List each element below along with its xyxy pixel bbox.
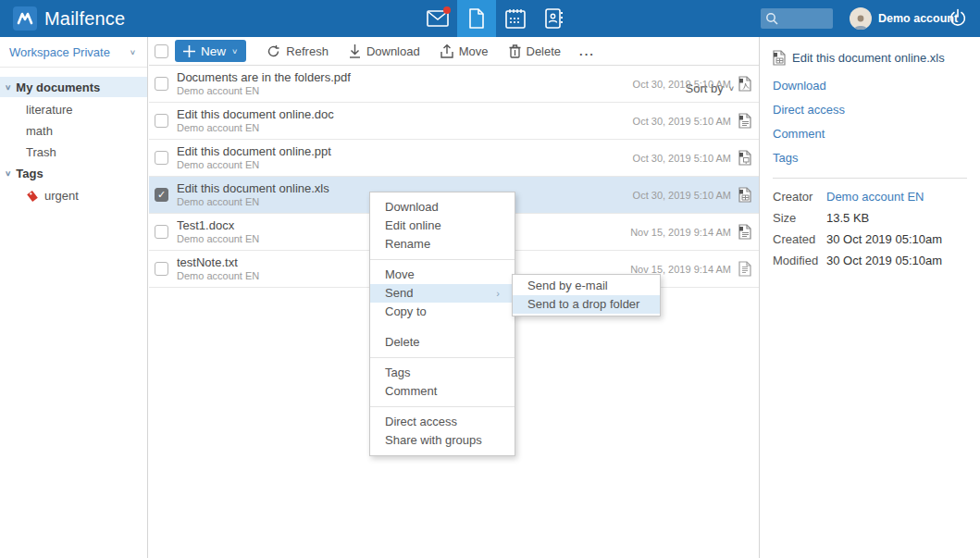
sidebar-item-trash[interactable]: Trash	[0, 142, 147, 163]
refresh-button[interactable]: Refresh	[267, 44, 329, 58]
download-icon	[349, 44, 361, 58]
refresh-label: Refresh	[286, 44, 329, 58]
chevron-down-icon: ∨	[5, 83, 11, 92]
move-icon	[440, 44, 453, 58]
documents-icon[interactable]	[457, 0, 496, 37]
row-checkbox[interactable]	[155, 262, 168, 276]
xls-file-icon	[773, 50, 786, 66]
delete-label: Delete	[527, 44, 562, 58]
menu-item-label: Download	[385, 198, 439, 217]
file-date: Oct 30, 2019 5:10 AM	[633, 79, 731, 90]
details-link-download[interactable]: Download	[773, 79, 826, 93]
menu-item-send-to-drop-folder[interactable]: Send to a drop folder	[513, 295, 660, 314]
row-checkbox[interactable]	[155, 151, 168, 165]
menu-item-send-by-email[interactable]: Send by e-mail	[513, 277, 660, 295]
file-date: Oct 30, 2019 5:10 AM	[633, 116, 731, 127]
my-documents-label: My documents	[16, 81, 100, 94]
account-menu[interactable]: Demo account	[850, 0, 958, 37]
menu-item-label: Copy to	[385, 303, 427, 321]
row-checkbox[interactable]	[155, 225, 168, 239]
file-date: Nov 15, 2019 9:14 AM	[630, 264, 731, 275]
meta-row-modified: Modified 30 Oct 2019 05:10am	[773, 254, 967, 267]
send-submenu: Send by e-mail Send to a drop folder	[512, 274, 661, 316]
file-owner: Demo account EN	[177, 122, 633, 134]
menu-item-download[interactable]: Download	[370, 198, 515, 217]
mailfence-logo-icon	[13, 6, 37, 31]
menu-item-delete[interactable]: Delete	[370, 333, 515, 352]
delete-button[interactable]: Delete	[509, 44, 562, 58]
menu-item-label: Share with groups	[385, 431, 482, 450]
details-link-tags[interactable]: Tags	[773, 151, 798, 165]
tags-label: Tags	[16, 167, 43, 180]
file-row[interactable]: Documents are in the folders.pdf Demo ac…	[149, 66, 759, 103]
menu-item-send[interactable]: Send ›	[370, 284, 515, 303]
chevron-down-icon: ∨	[130, 48, 136, 56]
sidebar-item-literature[interactable]: literature	[0, 99, 147, 120]
details-link-comment[interactable]: Comment	[773, 127, 825, 141]
file-row[interactable]: Edit this document online.ppt Demo accou…	[149, 140, 759, 177]
trash-icon	[509, 44, 521, 58]
new-button[interactable]: New ∨	[175, 40, 246, 62]
meta-row-created: Created 30 Oct 2019 05:10am	[773, 232, 967, 246]
search-input[interactable]	[761, 8, 833, 29]
file-owner: Demo account EN	[177, 85, 633, 97]
chevron-down-icon: ∨	[5, 169, 11, 178]
chevron-down-icon: ∨	[231, 47, 238, 56]
move-button[interactable]: Move	[440, 44, 489, 58]
row-checkbox[interactable]	[155, 77, 168, 91]
file-date: Oct 30, 2019 5:10 AM	[633, 190, 731, 201]
logo-text: Mailfence	[44, 8, 125, 30]
download-button[interactable]: Download	[349, 44, 420, 58]
file-date: Oct 30, 2019 5:10 AM	[633, 153, 731, 164]
meta-label: Modified	[773, 254, 826, 267]
menu-item-copy-to[interactable]: Copy to	[370, 303, 515, 321]
details-link-direct-access[interactable]: Direct access	[773, 103, 845, 117]
more-button[interactable]: ...	[579, 44, 595, 58]
row-checkbox[interactable]	[155, 114, 168, 128]
tag-icon	[26, 190, 39, 203]
menu-item-share-with-groups[interactable]: Share with groups	[370, 431, 515, 450]
row-checkbox-checked[interactable]: ✓	[155, 188, 168, 202]
menu-item-label: Edit online	[385, 217, 441, 235]
sidebar-item-my-documents[interactable]: ∨ My documents	[0, 77, 147, 97]
meta-label: Size	[773, 211, 826, 225]
search-icon	[765, 12, 778, 25]
toolbar: New ∨ Refresh Download Move Delete ...	[149, 37, 759, 66]
pdf-file-icon	[738, 76, 751, 92]
menu-item-label: Send	[385, 284, 413, 303]
docx-file-icon	[738, 224, 751, 240]
sidebar-item-tags[interactable]: ∨ Tags	[0, 163, 147, 183]
meta-row-size: Size 13.5 KB	[773, 211, 967, 225]
creator-link[interactable]: Demo account EN	[826, 190, 924, 204]
menu-item-tags[interactable]: Tags	[370, 364, 515, 382]
menu-item-move[interactable]: Move	[370, 266, 515, 284]
menu-item-rename[interactable]: Rename	[370, 235, 515, 254]
move-label: Move	[459, 44, 489, 58]
select-all-checkbox[interactable]	[155, 44, 168, 58]
menu-item-label: Send by e-mail	[527, 277, 608, 295]
menu-item-edit-online[interactable]: Edit online	[370, 217, 515, 235]
power-icon[interactable]	[947, 7, 969, 30]
menu-item-direct-access[interactable]: Direct access	[370, 413, 515, 431]
mailfence-logo[interactable]: Mailfence	[13, 6, 125, 31]
mail-icon[interactable]	[418, 0, 457, 37]
tag-label: urgent	[44, 189, 79, 203]
file-row[interactable]: Edit this document online.doc Demo accou…	[149, 103, 759, 140]
avatar	[850, 7, 872, 30]
file-name: Documents are in the folders.pdf	[177, 70, 633, 84]
folder-tree: ∨ My documents literature math Trash ∨ T…	[0, 68, 147, 206]
file-owner: Demo account EN	[177, 159, 633, 171]
app-switcher	[418, 0, 574, 37]
doc-file-icon	[738, 113, 751, 129]
file-name: Edit this document online.ppt	[177, 144, 633, 158]
workspace-selector[interactable]: Workspace Private ∨	[0, 37, 147, 68]
context-menu: Download Edit online Rename Move Send › …	[369, 192, 515, 456]
calendar-icon[interactable]	[496, 0, 535, 37]
meta-value: 30 Oct 2019 05:10am	[826, 254, 942, 267]
sidebar-item-math[interactable]: math	[0, 120, 147, 142]
menu-item-comment[interactable]: Comment	[370, 382, 515, 401]
sidebar-item-tag-urgent[interactable]: urgent	[0, 185, 147, 206]
contacts-icon[interactable]	[535, 0, 574, 37]
sidebar: Workspace Private ∨ ∨ My documents liter…	[0, 37, 148, 558]
file-name: Edit this document online.doc	[177, 107, 633, 121]
